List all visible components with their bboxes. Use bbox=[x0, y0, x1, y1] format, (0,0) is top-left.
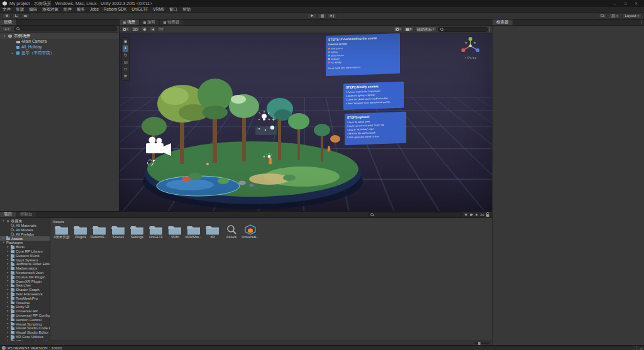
breadcrumb[interactable]: Assets bbox=[53, 219, 489, 224]
foldout-icon[interactable] bbox=[6, 293, 9, 296]
orientation-gizmo[interactable]: < Persp bbox=[457, 36, 484, 60]
package-item[interactable]: Newtonsoft Json bbox=[0, 271, 50, 275]
hierarchy-item-hint[interactable]: 提示（不用管我） bbox=[0, 50, 119, 56]
tab-project[interactable]: 项目 bbox=[0, 212, 16, 217]
notifications-icon[interactable] bbox=[636, 347, 637, 349]
play-button[interactable] bbox=[308, 13, 317, 19]
menu-item[interactable]: 编辑 bbox=[26, 8, 40, 12]
2d-toggle[interactable]: 2D bbox=[131, 26, 140, 32]
asset-folder[interactable]: Settings bbox=[128, 224, 146, 239]
foldout-icon[interactable] bbox=[6, 310, 9, 313]
package-item[interactable]: Shader Graph bbox=[0, 288, 50, 292]
package-item[interactable]: Visual Studio Code Editor bbox=[0, 326, 50, 331]
package-item[interactable]: Searcher bbox=[0, 283, 50, 288]
foldout-icon[interactable] bbox=[6, 263, 9, 266]
foldout-icon[interactable] bbox=[6, 327, 9, 330]
foldout-icon[interactable] bbox=[11, 52, 14, 55]
hierarchy-item-all-holiday[interactable]: All_Holiday bbox=[0, 45, 119, 50]
asset-folder[interactable]: VRM bbox=[166, 224, 184, 239]
tab-animator[interactable]: 动画器 bbox=[160, 19, 184, 25]
hierarchy-scene-row[interactable]: 示例场景 bbox=[0, 33, 119, 39]
draw-mode-dropdown[interactable] bbox=[121, 26, 130, 32]
package-item[interactable]: Input System bbox=[0, 258, 50, 262]
foldout-icon[interactable] bbox=[6, 305, 9, 309]
foldout-icon[interactable] bbox=[6, 271, 9, 275]
menu-item[interactable]: 组件 bbox=[61, 8, 74, 12]
package-item[interactable]: Timeline bbox=[0, 300, 50, 305]
step-button[interactable] bbox=[328, 13, 337, 19]
camera-gizmo[interactable] bbox=[146, 137, 171, 156]
foldout-icon[interactable] bbox=[6, 284, 9, 287]
foldout-icon[interactable] bbox=[6, 250, 9, 253]
package-item[interactable]: Visual Studio Editor bbox=[0, 331, 50, 335]
menu-item[interactable]: Jobs bbox=[87, 8, 101, 12]
package-item[interactable]: Core RP Library bbox=[0, 249, 50, 254]
package-item[interactable]: Burst bbox=[0, 245, 50, 249]
tab-game[interactable]: 游戏 bbox=[140, 19, 160, 25]
asset-folder[interactable]: Plugins bbox=[72, 224, 89, 239]
transform-tool-button[interactable]: ⊞ bbox=[123, 73, 128, 80]
menu-item[interactable]: UniGLTF bbox=[129, 8, 150, 12]
asset-folder[interactable]: 0美术资源 bbox=[53, 224, 70, 239]
menu-item[interactable]: 服务 bbox=[74, 8, 87, 12]
transform-tool-button[interactable]: ◉ bbox=[123, 38, 128, 45]
lighting-toggle[interactable] bbox=[141, 26, 148, 32]
foldout-icon[interactable] bbox=[6, 280, 9, 283]
zoom-slider[interactable] bbox=[474, 342, 489, 344]
project-search[interactable] bbox=[368, 212, 462, 217]
package-item[interactable]: TextMeshPro bbox=[0, 296, 50, 300]
package-item[interactable]: Custom NUnit bbox=[0, 253, 50, 258]
foldout-icon[interactable] bbox=[6, 331, 9, 334]
foldout-icon[interactable] bbox=[6, 322, 9, 325]
pause-button[interactable] bbox=[318, 13, 327, 19]
packages-header[interactable]: Packages bbox=[0, 241, 50, 245]
transform-tool-button[interactable]: ↻ bbox=[123, 52, 128, 59]
asset-folder[interactable]: Scenes bbox=[109, 224, 127, 239]
favorites-item[interactable]: All Prefabs bbox=[0, 232, 50, 236]
foldout-icon[interactable] bbox=[6, 288, 9, 292]
menu-item[interactable]: 资源 bbox=[13, 8, 26, 12]
minimize-button[interactable] bbox=[609, 0, 620, 7]
favorites-item[interactable]: All Models bbox=[0, 228, 50, 232]
cloud-button[interactable] bbox=[21, 13, 30, 19]
create-button[interactable] bbox=[2, 26, 12, 31]
foldout-icon[interactable] bbox=[6, 276, 9, 279]
package-item[interactable]: XR Core Utilities bbox=[0, 335, 50, 339]
package-item[interactable]: Oculus XR Plugin bbox=[0, 275, 50, 279]
tab-hierarchy[interactable]: 层级 bbox=[0, 19, 16, 25]
layers-dropdown[interactable]: 层 bbox=[609, 13, 621, 19]
close-button[interactable] bbox=[631, 0, 641, 7]
package-item[interactable]: Mathematics bbox=[0, 266, 50, 271]
lock-icon[interactable] bbox=[486, 214, 489, 217]
package-item[interactable]: Universal RP bbox=[0, 309, 50, 314]
menu-item[interactable]: 游戏对象 bbox=[40, 8, 61, 12]
foldout-icon[interactable] bbox=[3, 35, 6, 38]
favorites-header[interactable]: ★ 收藏夹 bbox=[0, 219, 50, 224]
hierarchy-search[interactable] bbox=[14, 26, 117, 31]
asset-folder[interactable]: VRMShade... bbox=[185, 224, 203, 239]
scene-3d-content[interactable]: STEP1:Understanding the scene Unlocked p… bbox=[119, 33, 492, 211]
favorites-icon[interactable]: ★ bbox=[475, 213, 478, 217]
foldout-icon[interactable] bbox=[6, 246, 9, 249]
search-button[interactable] bbox=[599, 13, 607, 19]
menu-item[interactable]: 文件 bbox=[0, 8, 13, 12]
package-item[interactable]: JetBrains Rider Editor bbox=[0, 262, 50, 266]
package-item[interactable]: Visual Scripting bbox=[0, 322, 50, 326]
menu-item[interactable]: 窗口 bbox=[167, 8, 180, 12]
assets-root-item[interactable]: Assets bbox=[0, 236, 50, 241]
foldout-icon[interactable] bbox=[6, 318, 9, 321]
label-icon[interactable] bbox=[470, 214, 473, 216]
menu-item[interactable]: Reborn SDK bbox=[101, 8, 130, 12]
more-icon[interactable] bbox=[641, 22, 642, 23]
favorites-item[interactable]: All Materials bbox=[0, 224, 50, 228]
tab-console[interactable]: 控制台 bbox=[16, 212, 37, 217]
transform-tool-button[interactable]: ▭ bbox=[123, 66, 128, 73]
camera-settings-dropdown[interactable] bbox=[404, 26, 414, 32]
package-item[interactable]: OpenXR Plugin bbox=[0, 279, 50, 283]
effects-dropdown[interactable]: * bbox=[157, 26, 165, 32]
transform-tool-button[interactable]: ◲ bbox=[123, 59, 128, 66]
scene-canvas[interactable]: STEP1:Understanding the scene Unlocked p… bbox=[119, 33, 492, 211]
transform-tool-button[interactable]: + bbox=[123, 45, 128, 52]
version-control-button[interactable] bbox=[12, 13, 20, 19]
hierarchy-search-input[interactable] bbox=[21, 27, 114, 31]
